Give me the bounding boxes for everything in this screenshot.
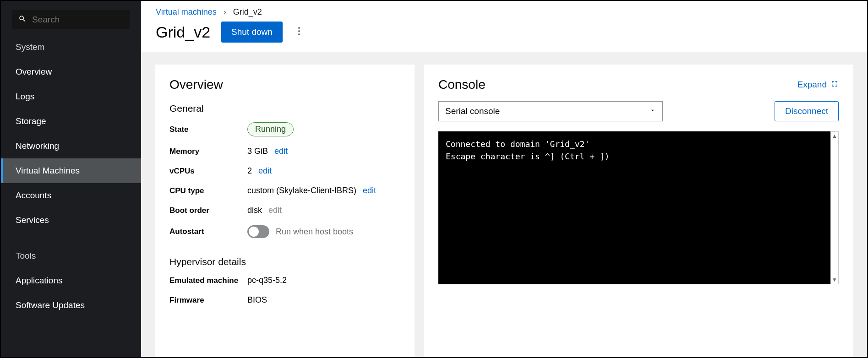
svg-point-0 [298, 27, 300, 29]
boot-order-edit-link[interactable]: edit [268, 206, 282, 215]
cputype-edit-link[interactable]: edit [363, 186, 376, 195]
scroll-down-icon[interactable]: ▼ [832, 276, 837, 284]
console-heading: Console [438, 77, 486, 92]
vcpus-label: vCPUs [169, 167, 247, 176]
terminal-output[interactable]: Connected to domain 'Grid_v2' Escape cha… [438, 131, 830, 284]
breadcrumb-root[interactable]: Virtual machines [156, 7, 217, 16]
shut-down-button[interactable]: Shut down [221, 22, 283, 43]
sidebar-item-storage[interactable]: Storage [1, 109, 141, 134]
kebab-menu-button[interactable] [294, 26, 305, 38]
disconnect-button[interactable]: Disconnect [775, 101, 839, 121]
emulated-machine-value: pc-q35-5.2 [247, 276, 287, 285]
search-input[interactable] [32, 15, 124, 25]
sidebar-item-services[interactable]: Services [1, 208, 141, 233]
expand-icon [830, 80, 839, 90]
sidebar-item-applications[interactable]: Applications [1, 268, 141, 293]
terminal-scrollbar[interactable]: ▲ ▼ [830, 131, 839, 284]
page-title: Grid_v2 [156, 23, 210, 41]
terminal-wrap: Connected to domain 'Grid_v2' Escape cha… [438, 131, 839, 284]
svg-point-2 [298, 33, 300, 35]
memory-label: Memory [169, 147, 247, 156]
autostart-toggle[interactable] [247, 225, 269, 238]
vcpus-edit-link[interactable]: edit [258, 166, 272, 176]
sidebar-item-networking[interactable]: Networking [1, 134, 141, 158]
console-type-select[interactable]: Serial console [438, 101, 663, 121]
console-card: Console Expand Serial console [424, 65, 853, 357]
memory-edit-link[interactable]: edit [274, 146, 288, 156]
overview-card: Overview General State Running Memory 3 … [155, 65, 415, 357]
memory-value: 3 GiB [247, 146, 268, 156]
hypervisor-heading: Hypervisor details [169, 256, 400, 267]
console-type-select-input[interactable]: Serial console [439, 102, 662, 120]
cputype-label: CPU type [169, 186, 247, 195]
svg-point-1 [298, 30, 300, 32]
boot-order-label: Boot order [169, 206, 247, 215]
search-icon [18, 15, 32, 25]
autostart-label: Autostart [169, 227, 247, 236]
vcpus-value: 2 [247, 166, 252, 176]
status-badge: Running [247, 122, 294, 136]
state-label: State [169, 125, 247, 134]
sidebar-item-accounts[interactable]: Accounts [1, 183, 141, 208]
overview-heading: Overview [169, 77, 400, 92]
breadcrumb: Virtual machines › Grid_v2 [141, 1, 867, 20]
chevron-right-icon: › [224, 7, 226, 16]
breadcrumb-current: Grid_v2 [233, 7, 262, 16]
nav-section-tools: Tools [1, 244, 141, 268]
general-heading: General [169, 103, 400, 114]
emulated-machine-label: Emulated machine [169, 276, 247, 285]
sidebar-item-overview[interactable]: Overview [1, 60, 141, 84]
expand-label: Expand [797, 80, 827, 90]
autostart-note: Run when host boots [276, 227, 353, 237]
scroll-up-icon[interactable]: ▲ [832, 132, 837, 140]
sidebar-item-logs[interactable]: Logs [1, 84, 141, 109]
page-header: Grid_v2 Shut down [141, 20, 867, 52]
main-content: Virtual machines › Grid_v2 Grid_v2 Shut … [141, 1, 867, 357]
expand-button[interactable]: Expand [797, 80, 839, 90]
firmware-label: Firmware [169, 296, 247, 305]
nav-section-system: System [1, 35, 141, 60]
boot-order-value: disk [247, 206, 262, 215]
sidebar-search[interactable] [12, 10, 130, 29]
sidebar-item-software-updates[interactable]: Software Updates [1, 293, 141, 318]
sidebar: System Overview Logs Storage Networking … [1, 1, 141, 357]
firmware-value: BIOS [247, 295, 267, 305]
sidebar-item-virtual-machines[interactable]: Virtual Machines [1, 158, 141, 183]
cputype-value: custom (Skylake-Client-IBRS) [247, 186, 356, 195]
